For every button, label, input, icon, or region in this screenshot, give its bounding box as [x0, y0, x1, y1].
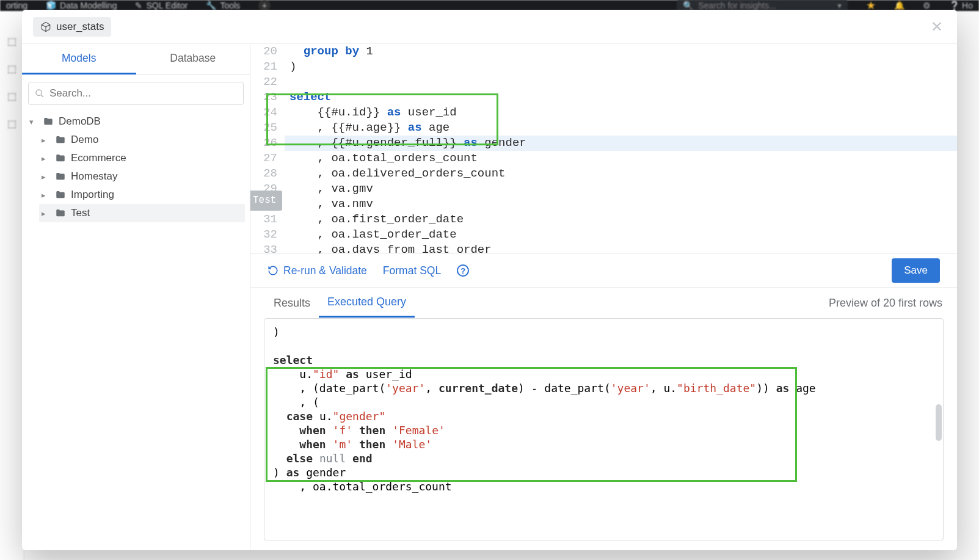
model-tree: ▾DemoDB▸Demo▸Ecommerce▸Homestay▸Importin… — [22, 112, 250, 222]
model-chip[interactable]: user_stats — [33, 17, 111, 37]
model-chip-label: user_stats — [56, 21, 104, 33]
executed-query-text: ) select u."id" as user_id , (date_part(… — [273, 325, 934, 493]
action-bar: Re-run & Validate Format SQL ? Save — [250, 253, 957, 288]
tree-root[interactable]: ▾DemoDB — [27, 112, 245, 131]
model-search[interactable] — [28, 82, 244, 105]
tree-item-homestay[interactable]: ▸Homestay — [39, 167, 245, 186]
help-icon[interactable]: ❔ Ho — [949, 1, 973, 10]
chevron-down-icon: ▾ — [837, 1, 842, 10]
model-search-input[interactable] — [49, 87, 237, 100]
save-button[interactable]: Save — [892, 258, 940, 283]
topbar-item[interactable]: 🔧 Tools — [206, 1, 240, 10]
topbar-item[interactable]: orting — [6, 1, 27, 10]
tree-item-importing[interactable]: ▸Importing — [39, 186, 245, 204]
model-editor-modal: user_stats ✕ Models Database ▾DemoDB▸Dem… — [22, 10, 957, 550]
scrollbar[interactable] — [936, 404, 942, 441]
tab-results[interactable]: Results — [265, 289, 319, 317]
bg-sidebar: ⬚ ⬚ ⬚ ⬚ — [0, 11, 24, 560]
cube-icon: ⬚ — [7, 35, 16, 47]
format-sql-button[interactable]: Format SQL — [383, 264, 441, 277]
test-tag[interactable]: Test — [250, 191, 282, 211]
help-icon[interactable]: ? — [457, 264, 469, 277]
tab-database[interactable]: Database — [136, 44, 250, 74]
modal-header: user_stats ✕ — [22, 10, 957, 44]
rerun-validate-button[interactable]: Re-run & Validate — [267, 264, 367, 277]
topbar-item[interactable]: ✎ SQL Editor — [135, 1, 187, 10]
tree-item-ecommerce[interactable]: ▸Ecommerce — [39, 149, 245, 167]
lower-tabs: Results Executed Query Preview of 20 fir… — [250, 288, 957, 318]
left-pane: Models Database ▾DemoDB▸Demo▸Ecommerce▸H… — [22, 44, 250, 550]
executed-query-box[interactable]: ) select u."id" as user_id , (date_part(… — [264, 318, 944, 540]
tree-item-test[interactable]: ▸Test — [39, 204, 245, 222]
left-pane-tabs: Models Database — [22, 44, 250, 75]
svg-point-0 — [36, 90, 42, 95]
tab-models[interactable]: Models — [22, 44, 136, 75]
search-placeholder: Search for insights... — [698, 1, 776, 10]
search-icon: 🔍 — [683, 1, 693, 10]
rerun-label: Re-run & Validate — [283, 264, 367, 277]
topbar-item[interactable]: 🧊 Data Modelling — [46, 1, 117, 10]
sql-editor[interactable]: 20212223242526272829303132333435 group b… — [250, 44, 957, 253]
tree-item-demo[interactable]: ▸Demo — [39, 131, 245, 149]
settings-icon[interactable]: ⚙ — [923, 1, 931, 10]
right-pane: 20212223242526272829303132333435 group b… — [250, 44, 957, 550]
refresh-icon — [267, 265, 278, 276]
close-button[interactable]: ✕ — [928, 18, 946, 36]
editor-gutter: 20212223242526272829303132333435 — [250, 44, 285, 253]
cube-icon: ⬚ — [7, 118, 16, 129]
search-icon — [35, 89, 45, 98]
cube-icon — [40, 21, 51, 32]
cube-icon: ⬚ — [7, 63, 16, 75]
tab-executed-query[interactable]: Executed Query — [319, 288, 415, 318]
preview-label: Preview of 20 first rows — [829, 297, 942, 310]
bell-icon[interactable]: 🔔 — [894, 1, 904, 10]
cube-icon: ⬚ — [7, 90, 16, 102]
editor-code[interactable]: group by 1)select {{#u.id}} as user_id ,… — [285, 44, 957, 253]
